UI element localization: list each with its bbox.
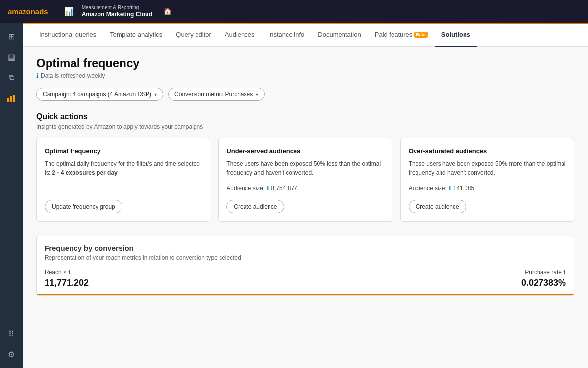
card-underserved: Under-served audiences These users have … [218,138,392,222]
sidebar-icon-grid[interactable]: ▦ [2,48,20,66]
chart-icon: 📊 [64,7,74,16]
card-optimal: Optimal frequency The optimal daily freq… [36,138,210,222]
svg-rect-1 [10,96,12,102]
nav-item-instance[interactable]: Instance info [262,24,312,47]
nav-item-query[interactable]: Query editor [169,24,218,47]
beta-badge: Beta [414,32,428,38]
nav-item-instructional[interactable]: Instructional queries [32,24,103,47]
section-label: Measurement & Reporting [82,4,152,11]
metric-label-reach: Reach ▾ ℹ [45,269,89,276]
nav-item-audiences[interactable]: Audiences [218,24,262,47]
main-layout: ⊞ ▦ ⧉ ⠿ ⚙ Instructional queries Template… [0,23,588,368]
page-title: Optimal frequency [36,56,574,70]
freq-metrics: Reach ▾ ℹ 11,771,202 Purchase rate ℹ 0.0… [45,269,566,288]
metric-value-purchase: 0.027383% [521,278,566,288]
freq-title: Frequency by conversion [45,244,566,252]
sidebar-bottom: ⠿ ⚙ [2,325,20,368]
metric-value-reach: 11,771,202 [45,278,89,288]
nav-bar: Instructional queries Template analytics… [23,24,588,47]
svg-rect-0 [7,98,9,102]
nav-item-template[interactable]: Template analytics [103,24,169,47]
freq-desc: Representation of your reach metrics in … [45,254,566,261]
card-title-oversaturated: Over-saturated audiences [409,147,566,155]
divider [56,5,56,17]
chevron-down-icon-2: ▾ [256,92,258,97]
update-frequency-button[interactable]: Update frequency group [45,200,122,213]
quick-actions-title: Quick actions [36,112,574,121]
data-refresh: ℹ Data is refreshed weekly [36,72,574,79]
metric-purchase-rate: Purchase rate ℹ 0.027383% [521,269,566,288]
info-icon-underserved: ℹ [267,185,269,192]
card-oversaturated: Over-saturated audiences These users hav… [400,138,574,222]
metric-reach: Reach ▾ ℹ 11,771,202 [45,269,89,288]
card-title-optimal: Optimal frequency [45,147,202,155]
sidebar-icon-dots[interactable]: ⠿ [2,325,20,342]
metric-label-purchase: Purchase rate ℹ [521,269,566,276]
quick-actions-desc: Insights generated by Amazon to apply to… [36,123,574,130]
nav-item-solutions[interactable]: Solutions [435,24,477,47]
card-body-oversaturated: These users have been exposed 50% more t… [409,159,566,177]
filter-conversion[interactable]: Conversion metric: Purchases ▾ [168,88,265,101]
nav-item-paid[interactable]: Paid features Beta [368,24,435,47]
chevron-down-icon: ▾ [154,92,157,97]
sidebar-icon-chart[interactable] [2,89,20,107]
frequency-section: Frequency by conversion Representation o… [36,236,574,296]
logo-text: amazonads [8,7,48,16]
freq-orange-bar [37,294,574,295]
content-area: Instructional queries Template analytics… [23,23,588,368]
sidebar: ⊞ ▦ ⧉ ⠿ ⚙ [0,23,23,368]
create-audience-button-2[interactable]: Create audience [409,200,466,213]
chevron-icon-reach: ▾ [64,270,66,275]
nav-item-documentation[interactable]: Documentation [311,24,368,47]
home-icon[interactable]: 🏠 [163,7,172,15]
audience-size-underserved: Audience size: ℹ 8,754,877 [226,185,384,192]
sidebar-icon-gear[interactable]: ⚙ [2,345,20,363]
filter-row: Campaign: 4 campaigns (4 Amazon DSP) ▾ C… [36,88,574,101]
card-body-optimal: The optimal daily frequency for the filt… [45,159,202,177]
section-info: Measurement & Reporting Amazon Marketing… [82,4,152,19]
sidebar-icon-apps[interactable]: ⊞ [2,27,20,45]
sidebar-icon-layers[interactable]: ⧉ [2,69,20,86]
audience-size-oversaturated: Audience size: ℹ 141,085 [409,185,566,192]
logo-area: amazonads [8,7,48,16]
page-content: Optimal frequency ℹ Data is refreshed we… [23,47,588,368]
top-bar: amazonads 📊 Measurement & Reporting Amaz… [0,0,588,23]
cards-row: Optimal frequency The optimal daily freq… [36,138,574,222]
info-icon: ℹ [36,72,39,79]
card-body-underserved: These users have been exposed 50% less t… [226,159,384,177]
info-icon-oversaturated: ℹ [449,185,451,192]
info-icon-reach: ℹ [68,269,71,276]
filter-campaign[interactable]: Campaign: 4 campaigns (4 Amazon DSP) ▾ [36,88,163,101]
info-icon-purchase: ℹ [564,269,566,276]
svg-rect-2 [13,95,15,102]
section-sub: Amazon Marketing Cloud [82,11,152,19]
card-title-underserved: Under-served audiences [226,147,384,155]
create-audience-button-1[interactable]: Create audience [226,200,284,213]
